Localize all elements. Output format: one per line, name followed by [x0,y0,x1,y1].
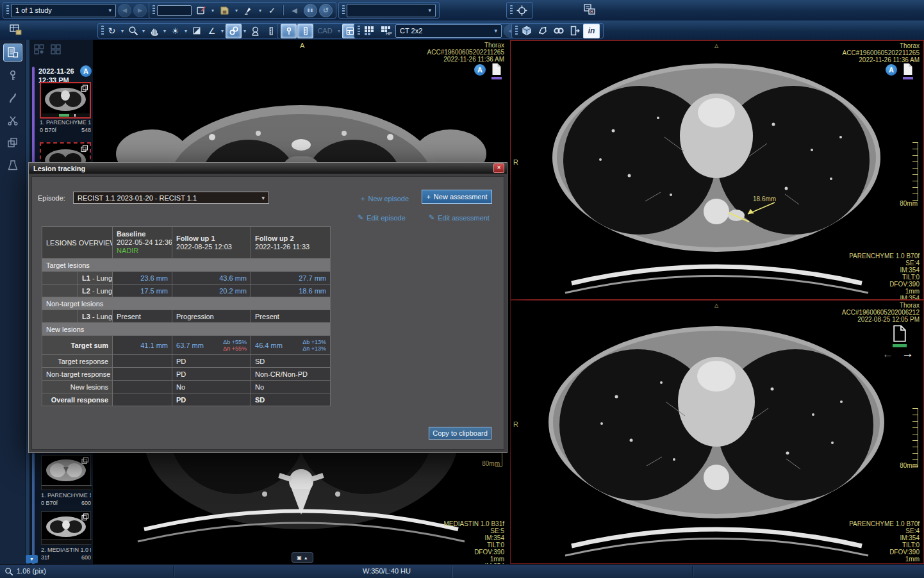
drag-grip[interactable] [515,26,518,36]
lesion-value[interactable]: 18.6 mm [251,285,331,297]
edit-report-button[interactable] [194,4,208,17]
drag-grip[interactable] [101,26,104,36]
lesion-status[interactable]: Present [251,310,331,323]
chevron-down-icon[interactable]: ▾ [258,8,263,13]
layout-grid-button[interactable] [362,24,377,38]
orientation-marker-anterior: △ [714,302,718,309]
save-button[interactable] [217,4,232,17]
rotate-tool-button[interactable]: ↻ [104,24,119,38]
drag-grip[interactable] [510,5,513,15]
sign-report-button[interactable] [241,4,256,17]
lesion-status[interactable]: Progression [172,310,251,323]
next-study-button[interactable]: ▶ [133,4,147,17]
copy-overlay-icon[interactable] [81,513,89,521]
lesion-value[interactable]: 27.7 mm [251,272,331,285]
freehand-roi-button[interactable] [535,24,550,38]
layout-preset-selector[interactable]: CT 2x2 ▾ [395,24,502,38]
dialog-close-button[interactable]: ✕ [493,163,504,173]
chevron-down-icon[interactable]: ▾ [242,28,247,34]
drag-grip[interactable] [342,5,345,15]
lesion-name[interactable]: L3 - Lung [78,310,113,323]
report-document-icon[interactable] [491,63,502,76]
series-thumbnail[interactable] [41,455,91,490]
cut-tool-button[interactable] [4,112,22,129]
grid-layout-alt-icon[interactable] [50,44,62,56]
viewport-bottom-right[interactable]: △ R Thorax ACC#19600605202006212 2022-08… [510,300,924,564]
curve-tool-button[interactable] [4,90,22,106]
shutter-tool-button[interactable] [4,157,22,174]
window-level-text: W:350/L:40 HU [363,567,411,575]
chevron-down-icon[interactable]: ▾ [234,8,239,13]
lesion-status[interactable]: Present [113,310,172,323]
copy-to-clipboard-button[interactable]: Copy to clipboard [429,427,491,440]
mpr-head-button[interactable] [248,24,263,38]
close-patient-button[interactable] [582,3,597,16]
chevron-down-icon[interactable]: ▾ [220,28,225,34]
chevron-down-icon[interactable]: ▾ [141,28,146,34]
viewport-top-right[interactable]: △ R Thorax ACC#19600605202211265 2022-11… [510,40,924,300]
in-app-button[interactable]: in [583,24,600,38]
complete-button[interactable]: ✓ [265,4,279,17]
target-sum-baseline: 41.1 mm [113,336,172,355]
stack-navigator[interactable]: ▣ ▲ [292,552,313,563]
zoom-tool-button[interactable] [126,24,140,38]
scale-tool-button[interactable] [263,24,278,38]
lesion-name[interactable]: L1 - Lung [78,272,113,285]
undo-button[interactable]: ↺ [319,4,333,17]
magnifier-icon [4,567,13,576]
copy-overlay-icon[interactable] [81,145,88,153]
lesion-value[interactable]: 43.6 mm [172,272,251,285]
chevron-down-icon[interactable]: ▾ [120,28,125,34]
series-thumbnail[interactable] [40,82,91,119]
drag-grip[interactable] [6,5,9,15]
previous-study-button[interactable]: ◀ [118,4,131,17]
key-protect-button[interactable] [4,67,22,84]
nadir-tag: NADIR [117,247,168,255]
lesion-value[interactable]: 17.5 mm [113,285,172,297]
previous-image-arrow[interactable]: ← [882,348,893,361]
lesion-value[interactable]: 23.6 mm [113,272,172,285]
crosshair-tool-button[interactable] [515,4,529,17]
drag-grip[interactable] [358,26,360,36]
episode-select[interactable]: RECIST 1.1 2023-01-20 - RECIST 1.1 ▾ [73,192,269,204]
hanging-protocol-button[interactable]: HP [379,24,393,38]
volume-3d-button[interactable] [519,24,534,38]
cad-button[interactable]: CAD [314,24,336,38]
pan-tool-button[interactable] [147,24,161,38]
step-back-icon[interactable]: ◀ [287,4,302,17]
dialog-titlebar[interactable]: Lesion tracking ✕ [29,163,507,174]
invert-button[interactable] [189,24,204,38]
chevron-down-icon[interactable]: ▾ [162,28,167,34]
lesion-name[interactable]: L2 - Lung [78,285,113,297]
pause-button[interactable]: ▮▮ [304,4,317,17]
edit-assessment-link[interactable]: ✎Edit assessment [429,213,490,222]
chevron-down-icon[interactable]: ▾ [336,28,342,34]
grid-layout-icon[interactable] [33,44,45,56]
copy-overlay-icon[interactable] [81,457,89,465]
scroll-down-button[interactable]: ▾ [26,555,38,563]
copy-overlay-icon[interactable] [81,85,88,92]
drag-grip[interactable] [153,5,155,15]
pin-tool-button[interactable] [281,24,297,38]
chevron-down-icon[interactable]: ▾ [183,28,188,34]
report-document-icon[interactable] [903,63,913,76]
chevron-down-icon[interactable]: ▾ [210,8,215,13]
new-episode-link[interactable]: +New episode [361,195,409,202]
stereo-view-button[interactable] [551,24,566,38]
link-tool-button[interactable] [226,24,242,38]
series-browser-button[interactable] [3,44,22,62]
angle-tool-button[interactable]: ∠ [204,24,219,38]
procedure-selector[interactable]: ▾ [347,4,436,17]
copy-series-button[interactable] [4,135,22,151]
window-level-button[interactable]: ☀ [168,24,183,38]
new-assessment-button[interactable]: +New assessment [422,190,492,204]
report-document-icon[interactable] [893,325,907,342]
export-button[interactable] [567,24,582,38]
series-thumbnail[interactable] [41,511,91,545]
save-layout-button[interactable] [5,23,27,37]
calibration-tool-button[interactable] [297,24,313,38]
lesion-value[interactable]: 20.2 mm [172,285,251,297]
edit-episode-link[interactable]: ✎Edit episode [358,213,406,222]
study-selector[interactable]: 1 of 1 study ▾ [11,4,116,17]
next-image-arrow[interactable]: → [902,347,914,361]
